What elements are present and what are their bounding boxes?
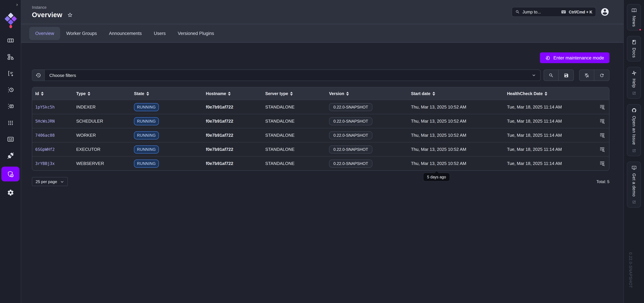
column-header-hostname[interactable]: Hostname [206, 91, 265, 96]
sort-icon [88, 92, 90, 96]
sidebar-item-dashboards[interactable] [1, 35, 20, 46]
sidebar-item-administration[interactable] [1, 167, 20, 181]
main-area: Instance Overview Jump to... Ctrl/Cmd + … [21, 0, 624, 303]
server-mode-cell: STANDALONE [265, 147, 329, 152]
column-header-healthcheck-date[interactable]: HealthCheck Date [507, 91, 598, 96]
sidebar-item-namespaces[interactable] [1, 134, 20, 144]
server-id-link[interactable]: 1pYSkc5h [35, 105, 76, 109]
external-link-icon [632, 200, 636, 204]
row-details-icon[interactable] [599, 146, 605, 152]
state-badge: RUNNING [134, 145, 159, 153]
chevron-down-icon[interactable] [531, 73, 536, 78]
table-row: 7406ac08 WORKER RUNNING f0e7b91af722 STA… [32, 128, 609, 142]
external-link-icon [632, 92, 636, 95]
rail-tab-get-a-demo[interactable]: Get a demo [627, 162, 641, 208]
server-mode-cell: STANDALONE [265, 161, 329, 166]
row-details-icon[interactable] [599, 118, 605, 124]
jump-to-search[interactable]: Jump to... Ctrl/Cmd + K [512, 7, 596, 17]
tab-overview[interactable]: Overview [29, 27, 60, 40]
refresh-button[interactable] [594, 70, 610, 81]
external-link-icon [632, 149, 636, 153]
hostname-cell: f0e7b91af722 [206, 147, 265, 152]
login-icon [545, 55, 550, 60]
filter-bar: Choose filters [32, 70, 610, 81]
column-header-type[interactable]: Type [76, 91, 134, 96]
filter-input[interactable]: Choose filters [32, 70, 540, 81]
column-header-state[interactable]: State [134, 91, 206, 96]
server-id-link[interactable]: 6SGpWHf2 [35, 147, 76, 152]
version-badge: 0.22.0-SNAPSHOT [329, 117, 372, 125]
row-details-icon[interactable] [599, 104, 605, 110]
shortcut-label: Ctrl/Cmd + K [569, 10, 592, 14]
sidebar-item-executions[interactable] [1, 68, 20, 79]
sidebar-item-plugins[interactable] [1, 150, 20, 161]
tab-worker-groups[interactable]: Worker Groups [60, 27, 103, 40]
list-plus-icon [7, 70, 14, 77]
relative-date-tooltip: 5 days ago [423, 173, 450, 181]
column-header-id[interactable]: Id [35, 91, 76, 96]
user-avatar-button[interactable] [600, 8, 610, 17]
column-header-start-date[interactable]: Start date [411, 91, 507, 96]
rail-tab-label: Open an Issue [632, 116, 636, 145]
table-footer: 25 per page Total: 5 [32, 177, 610, 186]
sort-icon [346, 92, 349, 96]
rail-tab-label: News [632, 16, 636, 27]
column-header-server-type[interactable]: Server type [265, 91, 329, 96]
sidebar-item-tests[interactable] [1, 101, 20, 112]
servers-table: Id Type State Hostname Server type Versi… [32, 87, 610, 171]
server-mode-cell: STANDALONE [265, 105, 329, 110]
rail-tab-label: Docs [632, 48, 636, 58]
server-id-link[interactable]: 5HcWsJRN [35, 119, 76, 123]
tab-users[interactable]: Users [148, 27, 172, 40]
healthcheck-date-cell: Tue, Mar 18, 2025 11:14 AM [507, 105, 598, 110]
sidebar-item-settings[interactable] [1, 187, 20, 198]
content-area: Enter maintenance mode Choose filters [21, 43, 624, 303]
version-badge: 0.22.0-SNAPSHOT [329, 159, 372, 167]
tab-versioned-plugins[interactable]: Versioned Plugins [172, 27, 220, 40]
timeline-clock-icon [7, 86, 14, 93]
table-row: 1pYSkc5h INDEXER RUNNING f0e7b91af722 ST… [32, 100, 609, 114]
search-button[interactable] [544, 70, 559, 81]
row-details-icon[interactable] [599, 132, 605, 138]
plugin-connection-icon [7, 152, 14, 159]
filter-action-group [544, 70, 574, 81]
sidebar-item-logs[interactable] [1, 84, 20, 95]
slack-icon [632, 71, 636, 76]
sidebar-item-flows[interactable] [1, 51, 20, 62]
sidebar-item-blueprints[interactable] [1, 117, 20, 128]
left-sidebar: › [0, 0, 21, 303]
per-page-value: 25 per page [36, 179, 57, 184]
rail-tab-docs[interactable]: Docs [627, 36, 641, 62]
save-filter-button[interactable] [559, 70, 574, 81]
total-count: Total: 5 [596, 179, 610, 184]
version-badge: 0.22.0-SNAPSHOT [329, 145, 372, 153]
server-id-link[interactable]: 3rYBBj3x [35, 161, 76, 166]
gear-icon [7, 189, 14, 196]
server-mode-cell: STANDALONE [265, 133, 329, 138]
title-block: Instance Overview [32, 5, 73, 19]
server-type-cell: WORKER [76, 133, 134, 138]
file-tree-icon [7, 53, 14, 60]
row-details-icon[interactable] [599, 161, 605, 166]
kestra-logo[interactable] [4, 14, 17, 26]
save-icon [564, 73, 568, 78]
hostname-cell: f0e7b91af722 [206, 161, 265, 166]
rail-tab-news[interactable]: News [627, 4, 641, 31]
column-header-version[interactable]: Version [329, 91, 411, 96]
enter-maintenance-mode-button[interactable]: Enter maintenance mode [540, 52, 610, 63]
timeline-text-icon [7, 103, 14, 110]
sidebar-expand-chevron-icon[interactable]: › [16, 2, 18, 7]
per-page-select[interactable]: 25 per page [32, 177, 68, 186]
right-rail: News Docs Help Open an Issue Get a demo … [624, 0, 644, 303]
filter-history-button[interactable] [32, 70, 45, 81]
rail-tab-help[interactable]: Help [627, 67, 641, 99]
server-id-link[interactable]: 7406ac08 [35, 133, 76, 138]
favorite-star-icon[interactable] [67, 12, 73, 18]
rail-tab-open-an-issue[interactable]: Open an Issue [627, 104, 641, 156]
tab-announcements[interactable]: Announcements [103, 27, 148, 40]
tooltip-text: 5 days ago [427, 175, 446, 179]
auto-refresh-off-button[interactable] [579, 70, 594, 81]
sort-icon [228, 92, 231, 96]
healthcheck-date-cell: Tue, Mar 18, 2025 11:14 AM [507, 119, 598, 124]
table-row: 3rYBBj3x WEBSERVER RUNNING f0e7b91af722 … [32, 156, 609, 170]
